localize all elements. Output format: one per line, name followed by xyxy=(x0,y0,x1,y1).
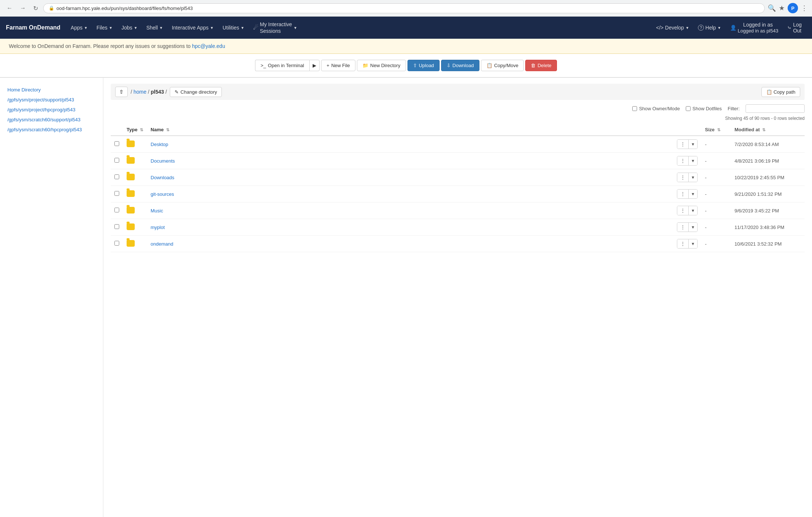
nav-item-jobs[interactable]: Jobs ▼ xyxy=(117,17,142,39)
action-dots-button[interactable]: ⋮ xyxy=(677,223,689,232)
action-dots-button[interactable]: ⋮ xyxy=(677,173,689,182)
filter-row: Show Owner/Mode Show Dotfiles Filter: xyxy=(111,104,805,113)
row-checkbox[interactable] xyxy=(114,224,119,229)
nav-item-interactive-apps[interactable]: Interactive Apps ▼ xyxy=(167,17,218,39)
path-up-button[interactable]: ⇧ xyxy=(115,87,128,97)
row-checkbox-cell xyxy=(111,169,123,186)
change-directory-button[interactable]: ✎ Change directory xyxy=(170,87,222,97)
action-caret-button[interactable]: ▼ xyxy=(689,190,697,198)
browser-right-icons: 🔍 ★ P ⋮ xyxy=(768,3,808,13)
user-avatar[interactable]: P xyxy=(788,3,798,13)
sidebar-link-home[interactable]: Home Directory xyxy=(6,85,97,94)
delete-button[interactable]: 🗑 Delete xyxy=(525,60,557,71)
action-dots-button[interactable]: ⋮ xyxy=(677,206,689,215)
row-size-cell: - xyxy=(701,186,731,202)
file-link[interactable]: Desktop xyxy=(151,142,168,147)
action-dots-button[interactable]: ⋮ xyxy=(677,190,689,198)
nav-item-shell[interactable]: Shell ▼ xyxy=(142,17,167,39)
action-caret-button[interactable]: ▼ xyxy=(689,206,697,215)
action-caret-button[interactable]: ▼ xyxy=(689,223,697,232)
sort-arrows-size: ⇅ xyxy=(717,128,720,132)
show-dotfiles-checkbox[interactable] xyxy=(686,106,691,111)
nav-item-apps[interactable]: Apps ▼ xyxy=(66,17,92,39)
alert-link[interactable]: hpc@yale.edu xyxy=(192,43,225,49)
row-checkbox[interactable] xyxy=(114,141,119,146)
reload-button[interactable]: ↻ xyxy=(31,3,40,13)
forward-button[interactable]: → xyxy=(18,3,28,13)
copy-move-button[interactable]: 📋 Copy/Move xyxy=(481,60,524,71)
sidebar-link-2[interactable]: /gpfs/ysm/scratch60/support/pl543 xyxy=(6,115,97,124)
nav-item-develop[interactable]: </> Develop ▼ xyxy=(652,17,694,39)
open-terminal-button[interactable]: >_ Open in Terminal xyxy=(255,60,309,71)
file-link[interactable]: Documents xyxy=(151,158,175,164)
nav-brand[interactable]: Farnam OnDemand xyxy=(6,17,66,39)
sidebar-link-0[interactable]: /gpfs/ysm/project/support/pl543 xyxy=(6,95,97,104)
clipboard-icon: 📋 xyxy=(766,89,772,95)
nav-item-logged-in[interactable]: 👤 Logged in asLogged in as pl543 xyxy=(726,17,783,39)
file-link[interactable]: ondemand xyxy=(151,241,173,247)
address-bar[interactable]: 🔒 ood-farnam.hpc.yale.edu/pun/sys/dashbo… xyxy=(43,3,765,13)
folder-icon xyxy=(127,223,135,230)
nav-item-help[interactable]: ? Help ▼ xyxy=(694,17,726,39)
action-dots-button[interactable]: ⋮ xyxy=(677,239,689,248)
file-link[interactable]: myplot xyxy=(151,225,165,230)
folder-icon xyxy=(127,240,135,247)
col-size-header[interactable]: Size ⇅ xyxy=(701,124,731,136)
row-checkbox[interactable] xyxy=(114,208,119,212)
path-bar: ⇧ / home / pl543 / ✎ Change directory 📋 … xyxy=(111,84,805,100)
chevron-down-icon: ▼ xyxy=(241,26,244,30)
more-options-icon[interactable]: ⋮ xyxy=(801,4,808,12)
row-checkbox[interactable] xyxy=(114,158,119,163)
open-terminal-caret[interactable]: ▶ xyxy=(309,60,320,71)
path-home-link[interactable]: home xyxy=(134,89,147,95)
row-size-cell: - xyxy=(701,202,731,219)
row-name-cell: ondemand xyxy=(147,236,673,252)
main-content: Home Directory /gpfs/ysm/project/support… xyxy=(0,78,812,517)
sidebar: Home Directory /gpfs/ysm/project/support… xyxy=(0,78,103,517)
row-type-cell xyxy=(123,202,147,219)
nav-item-logout[interactable]: ⤷ Log Out xyxy=(783,17,806,39)
file-link[interactable]: git-sources xyxy=(151,191,174,197)
back-button[interactable]: ← xyxy=(4,3,15,13)
action-caret-button[interactable]: ▼ xyxy=(689,140,697,149)
action-caret-button[interactable]: ▼ xyxy=(689,156,697,165)
nav-item-sessions[interactable]: ☄ My Interactive Sessions ▼ xyxy=(249,17,302,39)
col-type-header[interactable]: Type ⇅ xyxy=(123,124,147,136)
row-actions-cell: ⋮ ▼ xyxy=(673,202,701,219)
row-checkbox[interactable] xyxy=(114,241,119,246)
col-modified-header[interactable]: Modified at ⇅ xyxy=(731,124,805,136)
terminal-icon: >_ xyxy=(261,63,266,68)
nav-item-files[interactable]: Files ▼ xyxy=(92,17,117,39)
nav-item-utilities[interactable]: Utilities ▼ xyxy=(218,17,249,39)
new-directory-button[interactable]: 📁 New Directory xyxy=(357,60,406,71)
folder-icon xyxy=(127,140,135,147)
row-name-cell: Downloads xyxy=(147,169,673,186)
action-dots-button[interactable]: ⋮ xyxy=(677,140,689,149)
row-checkbox[interactable] xyxy=(114,191,119,196)
sidebar-link-1[interactable]: /gpfs/ysm/project/hpcprog/pl543 xyxy=(6,105,97,114)
upload-button[interactable]: ⇧ Upload xyxy=(407,60,440,71)
download-button[interactable]: ⇩ Download xyxy=(441,60,479,71)
row-modified-cell: 10/22/2019 2:45:55 PM xyxy=(731,169,805,186)
new-file-button[interactable]: + New File xyxy=(321,60,355,71)
action-dots-button[interactable]: ⋮ xyxy=(677,156,689,165)
row-checkbox[interactable] xyxy=(114,174,119,179)
search-icon[interactable]: 🔍 xyxy=(768,4,776,12)
file-link[interactable]: Music xyxy=(151,208,163,214)
file-toolbar: >_ Open in Terminal ▶ + New File 📁 New D… xyxy=(0,54,812,77)
action-caret-button[interactable]: ▼ xyxy=(689,173,697,182)
col-name-header[interactable]: Name ⇅ xyxy=(147,124,673,136)
filter-input[interactable] xyxy=(746,104,805,113)
action-caret-button[interactable]: ▼ xyxy=(689,239,697,248)
action-button-group: ⋮ ▼ xyxy=(677,206,698,215)
sidebar-link-3[interactable]: /gpfs/ysm/scratch60/hpcprog/pl543 xyxy=(6,125,97,134)
action-button-group: ⋮ ▼ xyxy=(677,173,698,182)
action-button-group: ⋮ ▼ xyxy=(677,222,698,232)
show-owner-mode-label[interactable]: Show Owner/Mode xyxy=(632,106,680,111)
show-owner-mode-checkbox[interactable] xyxy=(632,106,637,111)
plus-icon: + xyxy=(327,63,330,68)
copy-path-button[interactable]: 📋 Copy path xyxy=(761,87,800,97)
bookmark-icon[interactable]: ★ xyxy=(779,4,785,12)
show-dotfiles-label[interactable]: Show Dotfiles xyxy=(686,106,722,111)
file-link[interactable]: Downloads xyxy=(151,175,174,180)
